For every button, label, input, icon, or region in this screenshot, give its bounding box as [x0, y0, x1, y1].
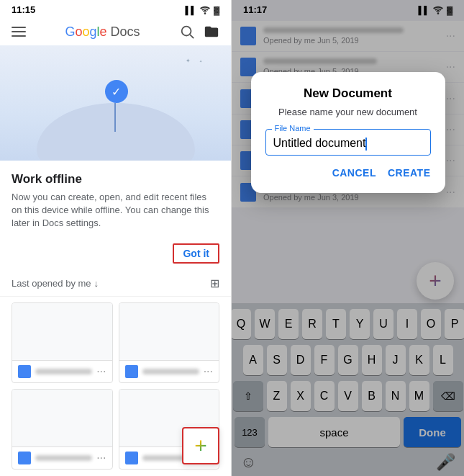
offline-content: Work offline Now you can create, open, a…	[0, 161, 231, 236]
doc-file-icon	[18, 365, 31, 378]
filename-input-group: File Name Untitled document	[265, 129, 431, 156]
doc-info: ···	[119, 361, 219, 382]
doc-file-icon	[18, 452, 31, 464]
doc-name	[35, 455, 92, 461]
svg-line-2	[190, 35, 194, 38]
doc-card[interactable]: ···	[119, 302, 220, 383]
filename-input[interactable]: Untitled document	[273, 137, 367, 149]
dialog-title: New Document	[265, 86, 431, 101]
grid-view-icon[interactable]: ⊞	[210, 277, 219, 290]
doc-more-icon[interactable]: ···	[96, 365, 106, 378]
doc-name	[142, 369, 199, 374]
filename-input-label: File Name	[272, 124, 314, 133]
doc-info: ···	[12, 361, 112, 382]
svg-point-1	[182, 27, 191, 36]
doc-file-icon	[125, 365, 138, 378]
new-document-dialog: New Document Please name your new docume…	[251, 72, 445, 193]
doc-more-icon[interactable]: ···	[204, 365, 213, 378]
signal-icon: ▌▌	[185, 6, 196, 14]
pole	[114, 103, 116, 132]
doc-info: ···	[12, 447, 112, 469]
search-icon[interactable]	[179, 24, 195, 40]
folder-icon[interactable]	[204, 24, 219, 40]
offline-desc: Now you can create, open, and edit recen…	[12, 191, 219, 230]
dialog-subtitle: Please name your new document	[265, 107, 431, 117]
last-opened-row: Last opened by me ↓ ⊞	[0, 271, 231, 297]
left-panel: 11:15 ▌▌ ▓ Google Docs	[0, 0, 232, 476]
flag-icon: ✓	[105, 80, 128, 103]
doc-card[interactable]: ···	[12, 389, 113, 470]
create-button[interactable]: CREATE	[388, 167, 431, 179]
svg-point-0	[204, 12, 206, 14]
sort-arrow-icon: ↓	[94, 278, 99, 289]
doc-thumbnail	[12, 303, 112, 361]
hamburger-menu-icon[interactable]	[12, 27, 26, 37]
doc-file-icon	[125, 452, 138, 464]
offline-title: Work offline	[12, 172, 219, 187]
doc-thumbnail	[119, 303, 219, 361]
dialog-overlay: New Document Please name your new docume…	[232, 0, 464, 476]
stars-decoration: ✦ ✦	[186, 53, 202, 66]
left-fab-button[interactable]: +	[182, 427, 219, 464]
toolbar-right	[179, 24, 219, 40]
dialog-actions: CANCEL CREATE	[265, 167, 431, 179]
doc-more-icon[interactable]: ···	[96, 452, 106, 464]
hero-section: ✓ ✦ ✦	[0, 45, 231, 161]
flag-pole: ✓	[104, 80, 128, 132]
last-opened-label: Last opened by me ↓	[12, 278, 99, 289]
right-panel: 11:17 ▌▌ ▓ Opened by me Jun 5, 2019 ···	[232, 0, 464, 476]
check-mark: ✓	[112, 85, 121, 99]
left-status-bar: 11:15 ▌▌ ▓	[0, 0, 231, 18]
cancel-button[interactable]: CANCEL	[332, 167, 376, 179]
wifi-icon	[199, 6, 211, 14]
doc-name	[35, 369, 92, 374]
text-cursor	[365, 138, 367, 151]
left-status-icons: ▌▌ ▓	[185, 6, 219, 14]
got-it-button[interactable]: Got it	[173, 243, 219, 264]
battery-icon: ▓	[214, 6, 219, 14]
left-toolbar: Google Docs	[0, 18, 231, 45]
google-docs-logo: Google Docs	[65, 24, 140, 40]
doc-thumbnail	[12, 390, 112, 447]
fab-plus-icon: +	[194, 434, 207, 458]
left-time: 11:15	[12, 4, 35, 15]
doc-card[interactable]: ···	[12, 302, 113, 383]
